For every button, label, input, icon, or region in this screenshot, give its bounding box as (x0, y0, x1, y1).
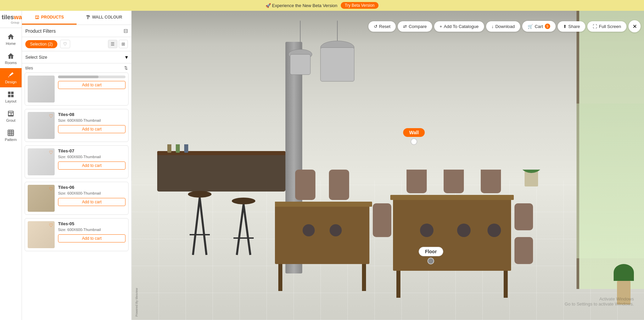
svg-point-37 (303, 224, 315, 236)
tile-name-05: Tiles-05 (58, 221, 125, 226)
tile-heart-05[interactable]: ♡ (49, 223, 53, 228)
sidebar-item-layout[interactable]: Layout (0, 87, 22, 107)
reset-button[interactable]: ↺ Reset (368, 21, 396, 32)
sidebar-item-pattern-label: Pattern (5, 138, 17, 142)
tile-thumb-08: ♡ (28, 112, 55, 139)
floor-hotspot-circle[interactable] (427, 258, 434, 264)
compare-icon: ⇄ (403, 24, 407, 29)
svg-rect-24 (390, 195, 514, 200)
tile-card-loading: Add to cart (25, 72, 129, 106)
reset-icon: ↺ (374, 24, 377, 29)
tile-thumb-loading (28, 76, 55, 103)
fullscreen-button[interactable]: ⛶ Full Screen (587, 21, 626, 32)
svg-line-13 (200, 198, 206, 255)
add-cart-08-button[interactable]: Add to cart (58, 125, 125, 133)
sidebar-item-layout-label: Layout (5, 99, 16, 103)
tile-size-05: Size: 600X600-Thumbnail (58, 228, 125, 232)
sidebar-item-home[interactable]: Home (0, 30, 22, 49)
sidebar-item-rooms-label: Rooms (5, 61, 17, 65)
grid-view-button[interactable]: ⊞ (119, 40, 128, 48)
window-light (577, 104, 644, 258)
tab-products[interactable]: PRODUCTS (22, 11, 77, 25)
svg-point-43 (518, 170, 545, 173)
tile-heart-08[interactable]: ♡ (49, 113, 53, 119)
sidebar: tileswale Group Home Rooms Design Layout (0, 11, 22, 320)
tile-info-05: Tiles-05 Size: 600X600-Thumbnail Add to … (58, 221, 125, 242)
selection-button[interactable]: Selection (2) (25, 40, 57, 48)
compare-button[interactable]: ⇄ Compare (398, 21, 432, 32)
wall-hotspot[interactable]: Wall (403, 128, 425, 145)
product-filters-header: Product Filters ⊟ (22, 25, 131, 37)
svg-rect-29 (295, 170, 315, 200)
size-select-row[interactable]: Select Size ▾ (22, 51, 131, 63)
tile-name-07: Tiles-07 (58, 148, 125, 153)
svg-rect-35 (444, 170, 464, 193)
add-cart-06-button[interactable]: Add to cart (58, 198, 125, 206)
tile-thumb-06: ♡ (28, 185, 55, 212)
list-item: ♡ Tiles-07 Size: 600X600-Thumbnail Add t… (25, 145, 129, 178)
cart-button[interactable]: 🛒 Cart 9 (522, 21, 556, 32)
tile-info-08: Tiles-08 Size: 600X600-Thumbnail Add to … (58, 112, 125, 133)
svg-rect-34 (407, 170, 427, 193)
add-cart-07-button[interactable]: Add to cart (58, 162, 125, 170)
tab-wall-colour[interactable]: WALL COLOUR (77, 11, 131, 25)
sidebar-item-pattern[interactable]: Pattern (0, 126, 22, 145)
size-select-label: Select Size (25, 55, 47, 60)
svg-point-11 (188, 191, 212, 198)
add-cart-loading-button[interactable]: Add to cart (58, 81, 125, 89)
close-button[interactable]: ✕ (628, 20, 641, 32)
toolbar-area: ↺ Reset ⇄ Compare + Add To Catalogue ↓ D… (368, 20, 641, 32)
tile-heart-06[interactable]: ♡ (49, 186, 53, 192)
svg-point-41 (487, 224, 501, 237)
tile-heart-07[interactable]: ♡ (49, 150, 53, 155)
sidebar-item-grout[interactable]: Grout (0, 107, 22, 126)
svg-line-16 (237, 204, 244, 255)
try-beta-button[interactable]: Try Beta Version (341, 2, 379, 9)
cart-badge: 9 (545, 24, 550, 29)
product-filters-label: Product Filters (25, 28, 56, 34)
wall-hotspot-label[interactable]: Wall (403, 128, 425, 137)
pendant-lamps (260, 11, 378, 166)
sidebar-nav: Home Rooms Design Layout Grout Pattern (0, 28, 22, 145)
share-button[interactable]: ⬆ Share (558, 21, 586, 32)
room-scene: Wall Floor Powered By tilesview (132, 11, 644, 320)
svg-rect-20 (275, 202, 372, 207)
floor-hotspot[interactable]: Floor (419, 247, 443, 264)
loading-bar (58, 76, 125, 78)
filter-options-button[interactable]: ⊟ (123, 28, 128, 34)
add-to-catalogue-button[interactable]: + Add To Catalogue (434, 21, 484, 32)
download-button[interactable]: ↓ Download (486, 21, 520, 32)
panel-tabs: PRODUCTS WALL COLOUR (22, 11, 131, 25)
svg-rect-32 (514, 203, 533, 230)
sidebar-item-rooms[interactable]: Rooms (0, 49, 22, 68)
add-cart-05-button[interactable]: Add to cart (58, 234, 125, 242)
sort-button[interactable]: ⇅ (124, 65, 128, 70)
list-item: ♡ Tiles-06 Size: 600X600-Thumbnail Add t… (25, 182, 129, 215)
svg-rect-10 (184, 144, 188, 153)
sidebar-item-design[interactable]: Design (0, 68, 22, 87)
logo: tileswale Group (0, 11, 22, 28)
floor-hotspot-label[interactable]: Floor (419, 247, 443, 256)
powered-by: Powered By tilesview (135, 288, 138, 317)
svg-rect-22 (362, 264, 366, 291)
tile-size-06: Size: 600X600-Thumbnail (58, 191, 125, 195)
visualization-area: ↺ Reset ⇄ Compare + Add To Catalogue ↓ D… (132, 11, 644, 320)
svg-point-38 (330, 224, 342, 236)
close-icon: ✕ (633, 23, 637, 30)
tiles-header: tiles ⇅ (22, 63, 131, 72)
svg-rect-21 (278, 264, 282, 291)
tile-thumb-07: ♡ (28, 148, 55, 175)
tile-info-loading: Add to cart (58, 76, 125, 89)
tile-size-08: Size: 600X600-Thumbnail (58, 118, 125, 122)
svg-rect-5 (320, 48, 354, 81)
product-panel: PRODUCTS WALL COLOUR Product Filters ⊟ S… (22, 11, 132, 320)
list-item: ♡ Tiles-08 Size: 600X600-Thumbnail Add t… (25, 109, 129, 142)
sidebar-item-design-label: Design (5, 80, 17, 84)
wall-hotspot-circle[interactable] (411, 138, 417, 145)
svg-rect-2 (290, 54, 310, 75)
favorites-button[interactable]: ♡ (60, 40, 70, 48)
tile-thumb-05: ♡ (28, 221, 55, 248)
svg-rect-19 (275, 203, 369, 264)
list-view-button[interactable]: ☰ (108, 40, 117, 48)
svg-rect-8 (167, 144, 171, 153)
